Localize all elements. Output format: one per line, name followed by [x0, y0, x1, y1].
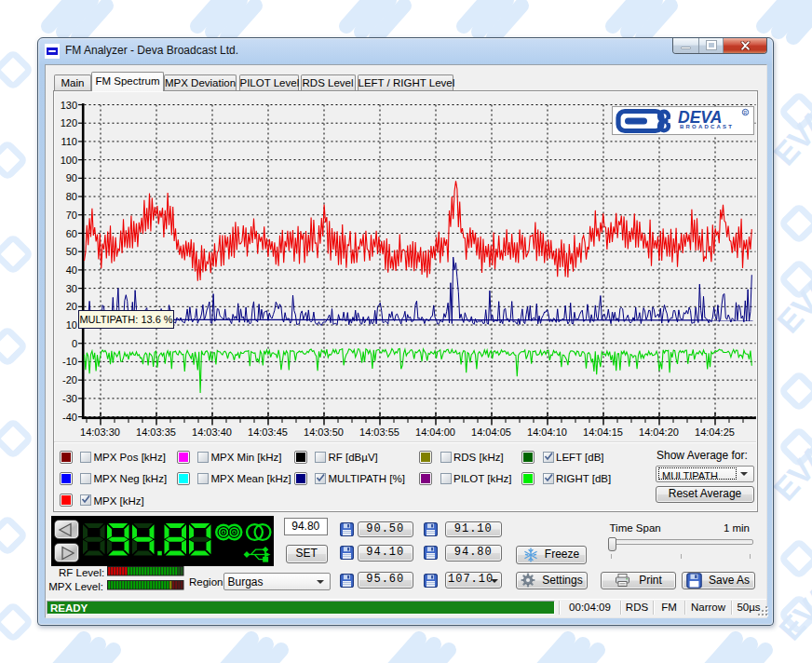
- svg-text:EVA: EVA: [772, 576, 812, 647]
- svg-text:BROADCAST: BROADCAST: [680, 124, 734, 129]
- svg-text:R: R: [743, 110, 747, 115]
- svg-text:EVA: EVA: [770, 269, 812, 340]
